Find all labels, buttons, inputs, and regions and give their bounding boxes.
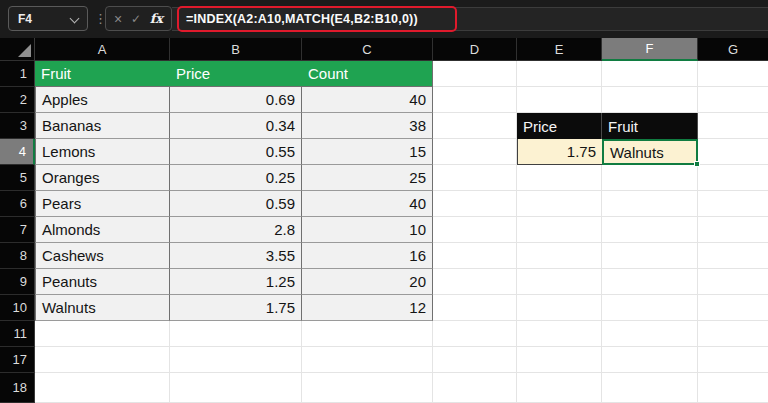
chevron-down-icon[interactable] <box>70 14 80 24</box>
row-header-5[interactable]: 5 <box>0 165 35 191</box>
cell-F11[interactable] <box>602 321 698 347</box>
cell-E7[interactable] <box>517 217 602 243</box>
cancel-icon[interactable]: × <box>114 12 122 26</box>
cell-D10[interactable] <box>433 295 517 321</box>
cell-A11[interactable] <box>35 321 170 347</box>
cell-F3[interactable]: Fruit <box>602 113 698 139</box>
cell-B4[interactable]: 0.55 <box>170 139 302 165</box>
cell-A5[interactable]: Oranges <box>35 165 170 191</box>
row-header-7[interactable]: 7 <box>0 217 35 243</box>
cell-D2[interactable] <box>433 87 517 113</box>
fill-handle[interactable] <box>694 161 700 167</box>
cell-G1[interactable] <box>698 61 768 87</box>
cell-A10[interactable]: Walnuts <box>35 295 170 321</box>
cell-D5[interactable] <box>433 165 517 191</box>
cell-D18[interactable] <box>433 373 517 403</box>
cell-B3[interactable]: 0.34 <box>170 113 302 139</box>
cell-A1[interactable]: Fruit <box>35 61 170 87</box>
row-header-6[interactable]: 6 <box>0 191 35 217</box>
cell-E9[interactable] <box>517 269 602 295</box>
cell-C3[interactable]: 38 <box>302 113 433 139</box>
column-header-D[interactable]: D <box>433 38 517 61</box>
row-header-9[interactable]: 9 <box>0 269 35 295</box>
insert-function-icon[interactable]: fx <box>150 11 163 26</box>
row-header-11[interactable]: 11 <box>0 321 35 347</box>
column-header-E[interactable]: E <box>517 38 602 61</box>
cell-B11[interactable] <box>170 321 302 347</box>
cell-E18[interactable] <box>517 373 602 403</box>
cell-B6[interactable]: 0.59 <box>170 191 302 217</box>
row-header-4[interactable]: 4 <box>0 139 35 165</box>
cell-E6[interactable] <box>517 191 602 217</box>
row-header-17[interactable]: 17 <box>0 347 35 373</box>
name-box[interactable]: F4 <box>8 6 88 31</box>
cell-G18[interactable] <box>698 373 768 403</box>
row-header-2[interactable]: 2 <box>0 87 35 113</box>
cell-F17[interactable] <box>602 347 698 373</box>
cell-D9[interactable] <box>433 269 517 295</box>
cell-A18[interactable] <box>35 373 170 403</box>
cell-F18[interactable] <box>602 373 698 403</box>
cell-E5[interactable] <box>517 165 602 191</box>
cell-F1[interactable] <box>602 61 698 87</box>
cell-B17[interactable] <box>170 347 302 373</box>
cell-D1[interactable] <box>433 61 517 87</box>
cell-C11[interactable] <box>302 321 433 347</box>
cell-B18[interactable] <box>170 373 302 403</box>
cell-B7[interactable]: 2.8 <box>170 217 302 243</box>
cell-G5[interactable] <box>698 165 768 191</box>
cell-F10[interactable] <box>602 295 698 321</box>
row-header-18[interactable]: 18 <box>0 373 35 403</box>
cell-E2[interactable] <box>517 87 602 113</box>
cell-C8[interactable]: 16 <box>302 243 433 269</box>
cell-F8[interactable] <box>602 243 698 269</box>
cell-C5[interactable]: 25 <box>302 165 433 191</box>
cell-G6[interactable] <box>698 191 768 217</box>
cell-G17[interactable] <box>698 347 768 373</box>
row-header-10[interactable]: 10 <box>0 295 35 321</box>
cell-G7[interactable] <box>698 217 768 243</box>
row-header-1[interactable]: 1 <box>0 61 35 87</box>
cell-B8[interactable]: 3.55 <box>170 243 302 269</box>
column-header-A[interactable]: A <box>35 38 170 61</box>
cell-G11[interactable] <box>698 321 768 347</box>
cell-D3[interactable] <box>433 113 517 139</box>
cell-F7[interactable] <box>602 217 698 243</box>
cell-F9[interactable] <box>602 269 698 295</box>
cell-G4[interactable] <box>698 139 768 165</box>
row-header-3[interactable]: 3 <box>0 113 35 139</box>
cell-D7[interactable] <box>433 217 517 243</box>
cell-C6[interactable]: 40 <box>302 191 433 217</box>
cell-A8[interactable]: Cashews <box>35 243 170 269</box>
cell-C7[interactable]: 10 <box>302 217 433 243</box>
cell-B5[interactable]: 0.25 <box>170 165 302 191</box>
cell-F2[interactable] <box>602 87 698 113</box>
cell-E10[interactable] <box>517 295 602 321</box>
row-header-8[interactable]: 8 <box>0 243 35 269</box>
cell-B9[interactable]: 1.25 <box>170 269 302 295</box>
cell-A17[interactable] <box>35 347 170 373</box>
cell-A3[interactable]: Bananas <box>35 113 170 139</box>
column-header-B[interactable]: B <box>170 38 302 61</box>
cell-E4[interactable]: 1.75 <box>517 139 602 165</box>
cell-C2[interactable]: 40 <box>302 87 433 113</box>
cell-G9[interactable] <box>698 269 768 295</box>
cell-B10[interactable]: 1.75 <box>170 295 302 321</box>
cell-D4[interactable] <box>433 139 517 165</box>
column-header-C[interactable]: C <box>302 38 433 61</box>
cell-D11[interactable] <box>433 321 517 347</box>
cell-D17[interactable] <box>433 347 517 373</box>
cell-C18[interactable] <box>302 373 433 403</box>
select-all-corner[interactable] <box>0 38 35 61</box>
cell-B2[interactable]: 0.69 <box>170 87 302 113</box>
cell-F4[interactable]: Walnuts <box>602 139 698 165</box>
cell-E1[interactable] <box>517 61 602 87</box>
cell-D8[interactable] <box>433 243 517 269</box>
cell-G3[interactable] <box>698 113 768 139</box>
cell-G8[interactable] <box>698 243 768 269</box>
cell-C4[interactable]: 15 <box>302 139 433 165</box>
cell-G10[interactable] <box>698 295 768 321</box>
cell-C9[interactable]: 20 <box>302 269 433 295</box>
column-header-F[interactable]: F <box>602 38 698 61</box>
formula-text[interactable]: =INDEX(A2:A10,MATCH(E4,B2:B10,0)) <box>179 12 418 26</box>
